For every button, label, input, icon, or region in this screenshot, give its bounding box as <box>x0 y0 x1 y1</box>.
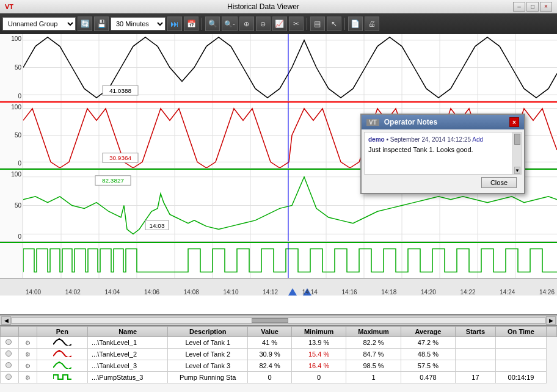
y-mid-3: 50 <box>1 202 21 209</box>
dialog-user: demo <box>368 136 385 143</box>
zoom-area-button[interactable]: 🔍 <box>205 16 220 31</box>
toolbar: Unnamed Group 🔄 💾 30 Minutes 5 Minutes 1… <box>0 13 557 34</box>
y-max-3: 100 <box>1 171 21 178</box>
dialog-note-text: Just inspected Tank 1. Looks good. <box>368 145 509 154</box>
gear-icon-2: ⚙ <box>24 350 31 358</box>
window-title: Historical Data Viewer <box>227 2 299 11</box>
row2-max: 84.7 % <box>346 349 401 360</box>
row3-toggle[interactable] <box>1 360 19 372</box>
row1-gear[interactable]: ⚙ <box>18 337 37 349</box>
print-button[interactable]: 🖨 <box>365 16 379 31</box>
scroll-left-button[interactable]: ◀ <box>1 316 11 325</box>
table-row: ⚙ ...\TankLevel_2 Level of Tank 2 30.9 %… <box>1 349 557 360</box>
col-config <box>18 327 37 337</box>
row4-circle <box>5 374 12 380</box>
row1-toggle[interactable] <box>1 337 19 349</box>
refresh-button[interactable]: 🔄 <box>78 16 92 31</box>
row4-name: ...\PumpStatus_3 <box>88 372 168 383</box>
gear-icon-3: ⚙ <box>24 362 31 369</box>
dialog-content: demo • September 24, 2014 14:12:25 Add J… <box>362 129 524 193</box>
row3-avg: 57.5 % <box>401 360 455 372</box>
col-toggle <box>1 327 19 337</box>
scroll-thumb[interactable] <box>252 318 288 323</box>
row4-starts: 17 <box>456 372 496 383</box>
window-controls: – □ × <box>513 2 552 12</box>
chart-area: 100 50 0 <box>0 34 557 315</box>
dialog-close-button[interactable]: × <box>509 117 519 127</box>
row1-ontime <box>495 337 546 349</box>
row3-name: ...\TankLevel_3 <box>88 360 168 372</box>
time-labels: 14:00 14:02 14:04 14:06 14:08 14:10 14:1… <box>23 289 557 296</box>
zoom-out-button[interactable]: 🔍- <box>222 16 238 31</box>
dialog-scrollbar[interactable]: ▼ <box>512 132 521 174</box>
calendar-button[interactable]: 📅 <box>184 16 198 31</box>
data-table: Pen Name Description Value Minimum Maxim… <box>0 326 557 383</box>
row3-max: 98.5 % <box>346 360 401 372</box>
save-button[interactable]: 💾 <box>94 16 109 31</box>
zoom-out-x-button[interactable]: ⊖ <box>256 16 271 31</box>
y-axis-1: 100 50 0 <box>0 34 23 101</box>
fast-forward-button[interactable]: ⏭ <box>167 16 182 31</box>
y-max-1: 100 <box>1 35 21 42</box>
dialog-bullet: • <box>386 136 388 143</box>
y-max-2: 100 <box>1 104 21 111</box>
dialog-timestamp: September 24, 2014 14:12:25 <box>390 136 471 143</box>
row4-ontime: 00:14:19 <box>495 372 546 383</box>
operator-notes-dialog: VT Operator Notes × demo • September 24,… <box>360 114 525 194</box>
maximize-button[interactable]: □ <box>526 2 539 12</box>
svg-text:82.3827: 82.3827 <box>102 178 124 184</box>
time-range-select[interactable]: 30 Minutes 5 Minutes 1 Hour <box>111 17 166 31</box>
row2-desc: Level of Tank 2 <box>168 349 248 360</box>
data-table-area: Pen Name Description Value Minimum Maxim… <box>0 325 557 392</box>
timeline-area: 14:00 14:02 14:04 14:06 14:08 14:10 14:1… <box>0 278 557 296</box>
row2-gear[interactable]: ⚙ <box>18 349 37 360</box>
scroll-track[interactable] <box>11 318 546 324</box>
dialog-close-btn[interactable]: Close <box>481 177 517 188</box>
scroll-right-button[interactable]: ▶ <box>546 316 556 325</box>
col-scroll <box>547 327 557 337</box>
row3-starts <box>456 360 496 372</box>
export-button[interactable]: 📄 <box>348 16 363 31</box>
row3-min: 16.4 % <box>291 360 346 372</box>
table-row: ⚙ ...\PumpStatus_3 Pump Running Sta 0 0 … <box>1 372 557 383</box>
table-row: ⚙ ...\TankLevel_3 Level of Tank 3 82.4 %… <box>1 360 557 372</box>
row2-toggle[interactable] <box>1 349 19 360</box>
group-select[interactable]: Unnamed Group <box>2 17 76 31</box>
col-starts: Starts <box>456 327 496 337</box>
row4-avg: 0.478 <box>401 372 455 383</box>
y-min-1: 0 <box>1 93 21 100</box>
chart-panel-4 <box>0 242 557 278</box>
title-bar: VT Historical Data Viewer – □ × <box>0 0 557 13</box>
row4-toggle[interactable] <box>1 372 19 383</box>
col-description: Description <box>168 327 248 337</box>
row3-desc: Level of Tank 3 <box>168 360 248 372</box>
dialog-title-bar: VT Operator Notes × <box>362 115 524 129</box>
zoom-in-x-button[interactable]: ⊕ <box>239 16 254 31</box>
row1-max: 82.2 % <box>346 337 401 349</box>
y-min-3: 0 <box>1 233 21 240</box>
row2-avg: 48.5 % <box>401 349 455 360</box>
svg-text:41.0388: 41.0388 <box>109 87 132 94</box>
trim-button[interactable]: ✂ <box>289 16 304 31</box>
separator-2 <box>307 18 307 30</box>
row2-circle <box>5 350 12 357</box>
dialog-scroll-down[interactable]: ▼ <box>514 167 520 174</box>
minimize-button[interactable]: – <box>513 2 525 12</box>
dialog-add-link[interactable]: Add <box>472 136 483 143</box>
row2-starts <box>456 349 496 360</box>
row4-pen <box>37 372 87 383</box>
close-button[interactable]: × <box>540 2 552 12</box>
row4-value: 0 <box>248 372 292 383</box>
dialog-scroll-thumb[interactable] <box>514 134 520 145</box>
row3-gear[interactable]: ⚙ <box>18 360 37 372</box>
svg-text:14:03: 14:03 <box>150 222 166 229</box>
cursor-button[interactable]: ↖ <box>327 16 341 31</box>
layout-button[interactable]: ▤ <box>310 16 325 31</box>
y-min-2: 0 <box>1 160 21 167</box>
graph-type-button[interactable]: 📈 <box>272 16 287 31</box>
col-on-time: On Time <box>495 327 546 337</box>
chart-svg-1: 41.0388 <box>23 34 557 101</box>
row4-gear[interactable]: ⚙ <box>18 372 37 383</box>
dialog-body: demo • September 24, 2014 14:12:25 Add J… <box>364 132 522 175</box>
row1-name: ...\TankLevel_1 <box>88 337 168 349</box>
